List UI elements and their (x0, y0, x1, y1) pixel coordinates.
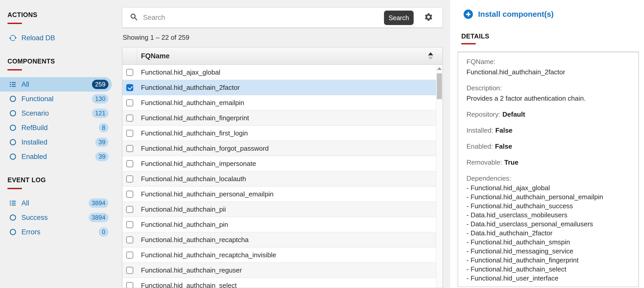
details-heading: DETAILS (461, 33, 489, 40)
table-row[interactable]: Functional.hid_authchain_forgot_password (122, 141, 436, 156)
row-checkbox[interactable] (126, 252, 133, 259)
detail-field-installed: Installed:False (466, 125, 631, 135)
list-icon (9, 81, 17, 88)
sidebar-item-label: All (21, 199, 29, 207)
sidebar-components-enabled[interactable]: Enabled39 (0, 149, 112, 164)
sidebar-item-label: Reload DB (21, 34, 55, 42)
count-badge: 259 (92, 80, 108, 89)
row-checkbox[interactable] (126, 145, 133, 152)
details-heading-underline (461, 43, 476, 44)
field-label: Installed: (466, 126, 493, 134)
row-checkbox-cell (122, 69, 137, 76)
sidebar-components-refbuild[interactable]: RefBuild8 (0, 121, 112, 135)
sidebar-components-functional[interactable]: Functional130 (0, 92, 112, 106)
count-badge: 39 (95, 138, 108, 147)
sidebar-components-installed[interactable]: Installed39 (0, 135, 112, 149)
sidebar-event-log-all[interactable]: All3894 (0, 196, 112, 210)
dependency-item: - Data.hid_userclass_mobileusers (466, 211, 631, 220)
column-header-fqname[interactable]: FQName (137, 52, 170, 60)
count-badge: 121 (92, 109, 108, 118)
table-row[interactable]: Functional.hid_authchain_impersonate (122, 156, 436, 171)
field-value: True (504, 158, 518, 166)
row-checkbox[interactable] (126, 191, 133, 198)
row-fqname: Functional.hid_authchain_localauth (137, 175, 246, 183)
details-panel: Install component(s) DETAILS FQName:Func… (450, 0, 644, 288)
detail-field-enabled: Enabled:False (466, 141, 631, 151)
dependency-item: - Functional.hid_ajax_global (466, 183, 631, 193)
sidebar-event-log-success[interactable]: Success3894 (0, 210, 112, 225)
sidebar-actions-reload-db[interactable]: Reload DB (0, 31, 112, 45)
row-checkbox[interactable] (126, 221, 133, 228)
section-title: COMPONENTS (7, 57, 122, 65)
table-row[interactable]: Functional.hid_authchain_2factor (122, 80, 436, 95)
count-badge: 130 (92, 94, 108, 103)
row-checkbox[interactable] (126, 160, 133, 167)
row-fqname: Functional.hid_authchain_pin (137, 221, 228, 229)
sidebar-item-label: RefBuild (21, 124, 48, 132)
row-checkbox[interactable] (126, 130, 133, 137)
row-checkbox[interactable] (126, 267, 133, 274)
gear-icon[interactable] (424, 12, 433, 23)
table-row[interactable]: Functional.hid_authchain_reguser (122, 263, 436, 278)
list-icon (9, 199, 17, 207)
row-fqname: Functional.hid_authchain_emailpin (137, 99, 244, 107)
row-checkbox[interactable] (126, 69, 133, 76)
table-row[interactable]: Functional.hid_authchain_localauth (122, 171, 436, 187)
table-row[interactable]: Functional.hid_ajax_global (122, 65, 436, 80)
dependency-item: - Functional.hid_authchain_select (466, 265, 631, 274)
search-input[interactable] (143, 8, 408, 27)
components-table: FQName Functional.hid_ajax_globalFunctio… (122, 47, 443, 288)
sidebar-item-label: Success (21, 214, 48, 222)
row-checkbox[interactable] (126, 175, 133, 182)
row-checkbox[interactable] (126, 282, 133, 288)
sidebar-event-log-errors[interactable]: Errors0 (0, 225, 112, 239)
header-checkbox-column (122, 47, 137, 65)
table-scrollbar[interactable] (436, 65, 442, 288)
field-value: Default (503, 110, 525, 118)
table-row[interactable]: Functional.hid_authchain_recaptcha_invis… (122, 247, 436, 263)
section-title: EVENT LOG (7, 176, 122, 184)
row-fqname: Functional.hid_authchain_pii (137, 205, 226, 213)
row-checkbox-cell (122, 130, 137, 137)
row-checkbox-cell (122, 115, 137, 122)
sidebar-section-actions: ACTIONSReload DB (0, 11, 122, 45)
row-checkbox[interactable] (126, 115, 133, 122)
table-row[interactable]: Functional.hid_authchain_emailpin (122, 95, 436, 110)
row-checkbox[interactable] (126, 236, 133, 243)
row-checkbox-cell (122, 175, 137, 182)
detail-field-repository: Repository:Default (466, 109, 631, 119)
showing-count-text: Showing 1 – 22 of 259 (123, 34, 189, 42)
scrollbar-up-arrow-icon[interactable] (437, 67, 442, 70)
table-row[interactable]: Functional.hid_authchain_personal_emailp… (122, 187, 436, 202)
row-checkbox-cell (122, 236, 137, 243)
row-checkbox[interactable] (126, 84, 133, 91)
radio-icon (9, 109, 17, 117)
install-components-button[interactable]: Install component(s) (464, 10, 554, 19)
field-value: Functional.hid_authchain_2factor (466, 67, 631, 77)
sidebar-components-scenario[interactable]: Scenario121 (0, 106, 112, 121)
table-row[interactable]: Functional.hid_authchain_select (122, 278, 436, 288)
count-badge: 8 (99, 123, 108, 132)
row-checkbox-cell (122, 206, 137, 213)
search-icon (130, 13, 138, 22)
table-row[interactable]: Functional.hid_authchain_recaptcha (122, 232, 436, 247)
table-header[interactable]: FQName (122, 47, 442, 65)
row-checkbox[interactable] (126, 206, 133, 213)
sidebar-section-event-log: EVENT LOGAll3894Success3894Errors0 (0, 176, 122, 239)
table-row[interactable]: Functional.hid_authchain_first_login (122, 126, 436, 141)
dependency-item: - Functional.hid_user_interface (466, 274, 631, 283)
search-button[interactable]: Search (384, 11, 414, 25)
sort-control[interactable] (428, 52, 433, 60)
detail-field-fqname: FQName:Functional.hid_authchain_2factor (466, 57, 631, 77)
dependency-item: - Functional.hid_authchain_fingerprint (466, 256, 631, 265)
scrollbar-thumb[interactable] (437, 73, 442, 99)
sidebar-section-components: COMPONENTSAll259Functional130Scenario121… (0, 57, 122, 164)
table-row[interactable]: Functional.hid_authchain_pin (122, 217, 436, 232)
detail-field-removable: Removable:True (466, 157, 631, 167)
sidebar-components-all[interactable]: All259 (0, 77, 112, 92)
row-checkbox-cell (122, 99, 137, 106)
table-row[interactable]: Functional.hid_authchain_pii (122, 202, 436, 217)
row-fqname: Functional.hid_authchain_reguser (137, 266, 242, 274)
table-row[interactable]: Functional.hid_authchain_fingerprint (122, 110, 436, 126)
row-checkbox[interactable] (126, 99, 133, 106)
